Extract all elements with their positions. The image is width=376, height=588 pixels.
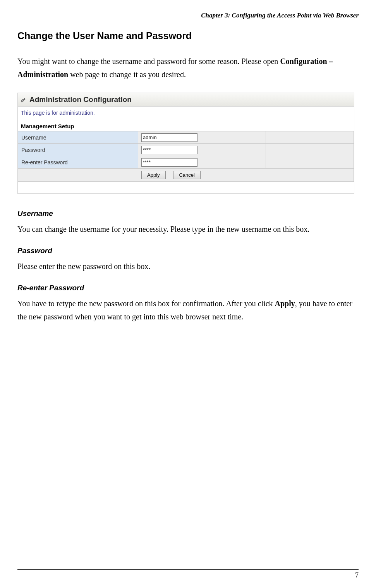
table-row: Username: [18, 131, 354, 144]
table-row: Re-enter Password: [18, 156, 354, 169]
password-section-heading: Password: [17, 247, 359, 255]
reenter-password-input-cell: [138, 156, 266, 169]
panel-note: This page is for administration.: [18, 107, 354, 121]
apply-button[interactable]: Apply: [141, 171, 166, 179]
wrench-icon: [20, 96, 27, 103]
button-row: Apply Cancel: [18, 169, 354, 182]
section-heading: Management Setup: [18, 121, 354, 131]
username-section-heading: Username: [17, 209, 359, 218]
intro-text-post: web page to change it as you desired.: [68, 70, 186, 79]
management-setup-table: Username Password Re-enter Password Appl…: [18, 131, 354, 182]
reenter-password-label: Re-enter Password: [18, 156, 138, 169]
page-title: Change the User Name and Password: [17, 30, 359, 41]
reenter-section-text: You have to retype the new password on t…: [17, 297, 359, 323]
panel-title: Administration Configuration: [29, 95, 132, 104]
reenter-text-bold: Apply: [275, 299, 295, 308]
username-input-cell: [138, 131, 266, 144]
username-input[interactable]: [141, 133, 197, 142]
intro-paragraph: You might want to change the username an…: [17, 55, 359, 81]
page-number: 7: [355, 571, 359, 579]
table-row: Password: [18, 144, 354, 156]
spacer-cell: [266, 144, 354, 156]
username-section-text: You can change the username for your nec…: [17, 222, 359, 236]
reenter-text-pre: You have to retype the new password on t…: [17, 299, 275, 308]
spacer-cell: [266, 131, 354, 144]
panel-header: Administration Configuration: [18, 93, 354, 107]
cancel-button[interactable]: Cancel: [173, 171, 200, 179]
password-label: Password: [18, 144, 138, 156]
spacer-cell: [266, 156, 354, 169]
intro-text-pre: You might want to change the username an…: [17, 57, 280, 66]
password-input-cell: [138, 144, 266, 156]
reenter-password-input[interactable]: [141, 158, 197, 167]
reenter-section-heading: Re-enter Password: [17, 284, 359, 292]
page-footer: 7: [17, 569, 359, 579]
username-label: Username: [18, 131, 138, 144]
panel-padding: [18, 182, 354, 193]
password-section-text: Please enter the new password on this bo…: [17, 260, 359, 273]
password-input[interactable]: [141, 146, 197, 154]
chapter-header: Chapter 3: Configuring the Access Point …: [17, 12, 359, 19]
admin-config-screenshot: Administration Configuration This page i…: [17, 93, 354, 194]
